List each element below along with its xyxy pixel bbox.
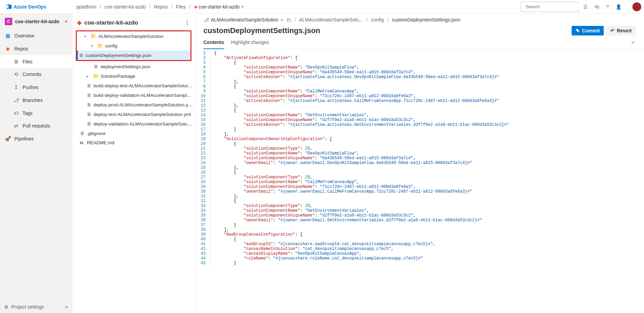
code-line[interactable]: "canvasDisplayName": "DevOpsKitSampleCan…	[211, 251, 509, 256]
bc-project[interactable]: coe-starter-kit-azdo	[104, 4, 146, 10]
code-line[interactable]: "solutionComponentUniqueName": "71cc728c…	[211, 184, 509, 189]
branch-selector[interactable]: ⎇ ALMAcceleratorSampleSolution ▾	[203, 17, 283, 23]
path-seg[interactable]: ALMAcceleratorSampleSolu...	[299, 17, 363, 23]
code-line[interactable]: "solutionComponentUniqueName": "0a43b549…	[211, 156, 509, 161]
code-line[interactable]: "canvasNameInSolution": "cat_devopskitsa…	[211, 247, 509, 251]
tree-file[interactable]: 🗎 build-deploy-validation-ALMAccelerator…	[72, 90, 195, 100]
nav-branches[interactable]: ⎇ Branches	[0, 94, 72, 107]
nav-pushes[interactable]: ↥ Pushes	[0, 81, 72, 94]
nav-overview[interactable]: ▦ Overview	[0, 29, 72, 42]
project-row[interactable]: C coe-starter-kit-azdo ＋	[0, 14, 72, 29]
commit-button[interactable]: ✎ Commit	[572, 26, 604, 35]
tree-file-gitignore[interactable]: 🗎 .gitignore	[72, 129, 195, 138]
line-number: 4	[195, 65, 211, 70]
code-line[interactable]: "solutionComponentUniqueName": "71cc728c…	[211, 94, 509, 99]
code-line[interactable]: },	[211, 165, 509, 170]
code-line[interactable]: "ownerEmail": "#{owner.ownerEmail.CallMe…	[211, 189, 509, 194]
help-icon[interactable]: ?	[606, 4, 609, 10]
tab-contents[interactable]: Contents	[203, 40, 224, 49]
code-line[interactable]: "ActivateFlowConfiguration": [	[211, 56, 509, 60]
filter-icon[interactable]: ☰	[583, 4, 588, 10]
code-line[interactable]: {	[211, 60, 509, 65]
code-line[interactable]: "activateAsUser": "#{activateflow.activa…	[211, 99, 509, 103]
fullscreen-icon[interactable]: ⤢	[631, 40, 636, 49]
folder-icon[interactable]: 🗀	[286, 17, 291, 23]
code-line[interactable]: "solutionComponentName": "GetEnvironment…	[211, 113, 509, 118]
search-box[interactable]	[520, 2, 579, 12]
code-line[interactable]: ],	[211, 132, 509, 137]
nav-files[interactable]: 🗎 Files	[0, 55, 72, 68]
more-icon[interactable]: ⋮	[184, 19, 190, 26]
tree-file[interactable]: 🗎 deploy-validation-ALMAcceleratorSample…	[72, 119, 195, 129]
user-settings-icon[interactable]: 👤	[616, 4, 621, 10]
content-pane: ⎇ ALMAcceleratorSampleSolution ▾ 🗀 / ALM…	[195, 14, 644, 313]
code-line[interactable]: "solutionComponentName": "DevOpsKitSampl…	[211, 151, 509, 156]
code-line[interactable]: },	[211, 194, 509, 199]
code-line[interactable]: "solutionComponentName": "CallMeFromCanv…	[211, 180, 509, 184]
code-line[interactable]: "activateAsUser": "#{activateflow.activa…	[211, 75, 509, 79]
code-line[interactable]: }	[211, 261, 509, 266]
tree-folder-alm[interactable]: ▾ 📁 ALMAcceleratorSampleSolution	[77, 31, 190, 41]
nav-pipelines[interactable]: 🚀 Pipelines	[0, 132, 72, 145]
tree-file-readme[interactable]: M↓ README.md	[72, 138, 195, 147]
code-line[interactable]: "solutionComponentType": 29,	[211, 204, 509, 208]
bc-area[interactable]: Repos	[154, 4, 168, 10]
code-line[interactable]: ],	[211, 227, 509, 232]
file-icon: 🗎	[87, 92, 91, 98]
market-icon[interactable]: 🛍	[595, 4, 599, 10]
tab-highlight[interactable]: Highlight changes	[231, 40, 269, 49]
tree-file[interactable]: 🗎 deploy-test-ALMAcceleratorSampleSoluti…	[72, 109, 195, 119]
code-line[interactable]: "solutionComponentName": "CallMeFromCanv…	[211, 89, 509, 94]
nav-repos[interactable]: ◆ Repos	[0, 42, 72, 55]
code-line[interactable]: },	[211, 79, 509, 84]
logo-area[interactable]: Azure DevOps	[3, 4, 72, 10]
project-settings[interactable]: ⚙ Project settings «	[0, 300, 72, 313]
code-line[interactable]: "solutionComponentUniqueName": "0a43b549…	[211, 70, 509, 75]
avatar[interactable]	[632, 2, 641, 11]
code-line[interactable]: "activateAsUser": "#{activateflow.activa…	[211, 122, 509, 127]
code-line[interactable]: "solutionComponentType": 29,	[211, 146, 509, 151]
code-line[interactable]: {	[211, 108, 509, 113]
code-line[interactable]: "SolutionComponentOwnershipConfiguration…	[211, 137, 509, 141]
collapse-icon[interactable]: «	[65, 304, 68, 310]
tree-folder-solutionpkg[interactable]: ▸ 📁 SolutionPackage	[72, 71, 195, 81]
code-line[interactable]: }	[211, 127, 509, 132]
tree-file[interactable]: 🗎 deploy-prod-ALMAcceleratorSampleSoluti…	[72, 100, 195, 109]
code-line[interactable]: {	[211, 51, 509, 56]
code-line[interactable]: {	[211, 199, 509, 204]
code-line[interactable]: {	[211, 141, 509, 146]
add-icon[interactable]: ＋	[64, 18, 69, 25]
revert-button[interactable]: ↶ Revert	[606, 26, 636, 35]
code-line[interactable]: "solutionComponentUniqueName": "d2f7f0e2…	[211, 213, 509, 218]
code-line[interactable]: "solutionComponentName": "GetEnvironment…	[211, 208, 509, 213]
code-line[interactable]: "aadGroupId": "#{canvasshare.aadGroupId.…	[211, 242, 509, 247]
nav-commits[interactable]: ⟲ Commits	[0, 68, 72, 81]
bc-sub[interactable]: Files	[176, 4, 186, 10]
code-line[interactable]: "solutionComponentName": "DevOpsKitSampl…	[211, 65, 509, 70]
code-line[interactable]: "roleName": "#{canvasshare.roleName.cat_…	[211, 256, 509, 261]
code-line[interactable]: "ownerEmail": "#{owner.ownerEmail.GetEnv…	[211, 218, 509, 223]
code-viewer[interactable]: 1{2 "ActivateFlowConfiguration": [3 {4 "…	[195, 49, 644, 313]
top-header: Azure DevOps pplatform / coe-starter-kit…	[0, 0, 644, 14]
tree-file-depsettings[interactable]: 🗎 deploymentSettings.json	[72, 62, 195, 71]
search-input[interactable]	[526, 4, 583, 9]
repo-header[interactable]: ◆ coe-starter-kit-azdo ⋮	[72, 14, 195, 30]
code-line[interactable]: {	[211, 237, 509, 242]
bc-repo[interactable]: ◆ coe-starter-kit-azdo ▾	[194, 4, 244, 10]
nav-pullrequests[interactable]: ⇄ Pull requests	[0, 119, 72, 132]
tree-file[interactable]: 🗎 build-deploy-test-ALMAcceleratorSample…	[72, 81, 195, 90]
tree-folder-config[interactable]: ▾ 📁 config	[77, 41, 190, 50]
gear-icon: ⚙	[4, 304, 9, 310]
nav-tags[interactable]: 🏷 Tags	[0, 107, 72, 119]
code-line[interactable]: {	[211, 170, 509, 175]
code-line[interactable]: "AadGroupCanvasConfiguration": [	[211, 232, 509, 237]
bc-org[interactable]: pplatform	[76, 4, 96, 10]
code-line[interactable]: {	[211, 84, 509, 89]
code-line[interactable]: }	[211, 223, 509, 227]
code-line[interactable]: "ownerEmail": "#{owner.ownerEmail.DevOps…	[211, 161, 509, 165]
code-line[interactable]: "solutionComponentUniqueName": "d2f7f0e2…	[211, 118, 509, 122]
code-line[interactable]: },	[211, 103, 509, 108]
path-seg[interactable]: config	[371, 17, 384, 23]
code-line[interactable]: "solutionComponentType": 29,	[211, 175, 509, 180]
tree-file-customsettings[interactable]: 🗎 customDeploymentSettings.json	[77, 50, 190, 60]
